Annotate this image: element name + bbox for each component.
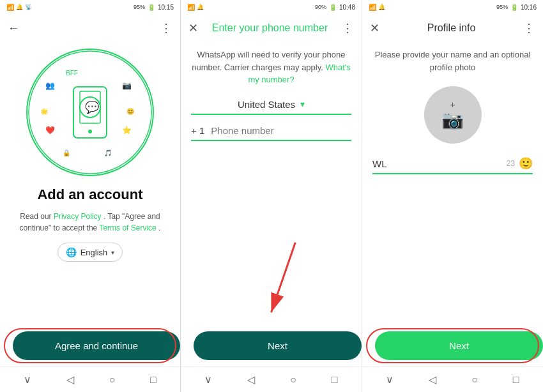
svg-point-3 [88, 130, 92, 133]
signal-icon-2: 📶 [187, 4, 195, 11]
nav-square-1[interactable]: □ [150, 374, 157, 386]
battery-icon-2: 🔋 [329, 4, 337, 11]
battery-icon-1: 🔋 [148, 4, 155, 11]
panel2-title: Enter your phone number [212, 22, 328, 34]
more-button-3[interactable]: ⋮ [523, 21, 535, 35]
panel3-content: Please provide your name and an optional… [362, 42, 543, 366]
nav-back-2[interactable]: ◁ [247, 373, 255, 386]
country-name: United States [238, 99, 295, 110]
chevron-down-icon: ▾ [111, 249, 114, 256]
status-right-3: 95% 🔋 10:16 [496, 4, 537, 11]
battery-3: 95% [496, 4, 508, 10]
avatar-photo-picker[interactable]: + 📷 [424, 86, 482, 144]
phone-input-row: + 1 [191, 125, 351, 141]
phone-description: WhatsApp will need to verify your phone … [191, 49, 351, 86]
panel-profile-info: 📶 🔔 95% 🔋 10:16 ✕ Profile info ⋮ Please … [362, 0, 543, 392]
emoji-icon[interactable]: 🙂 [519, 156, 533, 170]
nav-square-3[interactable]: □ [513, 374, 519, 386]
status-right-2: 90% 🔋 10:48 [315, 4, 355, 11]
next-button-3[interactable]: Next [375, 331, 543, 360]
svg-text:💬: 💬 [85, 100, 100, 114]
svg-text:🎵: 🎵 [104, 149, 112, 157]
battery-icon-3: 🔋 [510, 4, 518, 11]
svg-text:🔒: 🔒 [63, 149, 71, 157]
nav-back-3[interactable]: ◁ [429, 373, 436, 386]
add-account-title: Add an account [37, 186, 142, 203]
back-button[interactable]: ← [8, 22, 19, 35]
panel3-title: Profile info [427, 22, 476, 34]
panel1-content: 💬 👥 📷 ❤️ ⭐ BFF 🔒 🎵 😊 🌟 Add an account Re… [0, 42, 180, 366]
char-count: 23 [507, 159, 515, 168]
top-nav-3: ✕ Profile info ⋮ [362, 14, 543, 42]
status-right-1: 95% 🔋 10:15 [134, 4, 174, 11]
language-selector[interactable]: 🌐 English ▾ [57, 243, 123, 262]
time-1: 10:15 [158, 4, 174, 11]
country-code: + 1 [191, 125, 204, 136]
panel-phone-number: 📶 🔔 90% 🔋 10:48 ✕ Enter your phone numbe… [181, 0, 362, 392]
agree-continue-button[interactable]: Agree and continue [13, 331, 180, 360]
close-button-2[interactable]: ✕ [188, 21, 198, 35]
terms-of-service-link[interactable]: Terms of Service [99, 223, 156, 232]
wifi-icon-2: 🔔 [197, 4, 204, 10]
svg-text:📷: 📷 [122, 80, 132, 90]
time-2: 10:48 [339, 4, 355, 11]
status-bar-2: 📶 🔔 90% 🔋 10:48 [181, 0, 362, 14]
nav-home-2[interactable]: ○ [290, 374, 296, 386]
signal-icon-1: 📶 [6, 4, 14, 11]
phone-number-input[interactable] [211, 125, 351, 136]
nav-back-1[interactable]: ◁ [66, 373, 74, 386]
nav-square-2[interactable]: □ [332, 374, 338, 386]
nav-chevron-2[interactable]: ∨ [204, 373, 212, 386]
nav-chevron-1[interactable]: ∨ [24, 373, 31, 386]
phone-desc-text: WhatsApp will need to verify your phone … [192, 50, 345, 72]
illustration-svg: 💬 👥 📷 ❤️ ⭐ BFF 🔒 🎵 😊 🌟 [27, 50, 153, 175]
status-left-2: 📶 🔔 [187, 4, 204, 11]
policy-text: Read our Privacy Policy . Tap "Agree and… [13, 211, 167, 234]
policy-prefix: Read our [20, 212, 54, 221]
policy-end: . [158, 223, 160, 232]
bottom-nav-2: ∨ ◁ ○ □ [181, 366, 362, 392]
panel2-content: WhatsApp will need to verify your phone … [181, 42, 362, 366]
nav-home-3[interactable]: ○ [471, 374, 478, 386]
svg-text:😊: 😊 [126, 107, 135, 116]
svg-text:👥: 👥 [45, 80, 55, 90]
camera-icon: 📷 [441, 109, 464, 130]
extra-icon-1: 📡 [25, 4, 32, 10]
language-label: English [80, 248, 108, 257]
privacy-policy-link[interactable]: Privacy Policy [54, 212, 102, 221]
bottom-nav-1: ∨ ◁ ○ □ [0, 366, 180, 392]
status-left-1: 📶 🔔 📡 [6, 4, 32, 11]
close-button-3[interactable]: ✕ [370, 21, 379, 35]
top-nav-1: ← ⋮ [0, 14, 180, 42]
next-button-2[interactable]: Next [194, 331, 362, 360]
name-input[interactable] [372, 158, 503, 169]
signal-icon-3: 📶 [369, 4, 376, 11]
more-button-1[interactable]: ⋮ [160, 21, 172, 35]
plus-icon: + [450, 100, 455, 109]
battery-2: 90% [315, 4, 326, 10]
svg-text:🌟: 🌟 [40, 107, 49, 116]
top-nav-2: ✕ Enter your phone number ⋮ [181, 14, 362, 42]
bottom-nav-3: ∨ ◁ ○ □ [362, 366, 543, 392]
wifi-icon-1: 🔔 [16, 4, 23, 10]
panel-add-account: 📶 🔔 📡 95% 🔋 10:15 ← ⋮ 💬 [0, 0, 181, 392]
svg-text:⭐: ⭐ [122, 125, 132, 135]
country-select-row[interactable]: United States ▾ [191, 99, 351, 115]
nav-chevron-3[interactable]: ∨ [386, 373, 394, 386]
country-dropdown-icon: ▾ [300, 99, 305, 109]
status-bar-3: 📶 🔔 95% 🔋 10:16 [362, 0, 543, 14]
nav-home-1[interactable]: ○ [109, 374, 116, 386]
more-button-2[interactable]: ⋮ [342, 21, 354, 35]
time-3: 10:16 [521, 4, 537, 11]
name-input-row: 23 🙂 [372, 156, 533, 174]
svg-text:❤️: ❤️ [45, 125, 55, 135]
svg-text:BFF: BFF [66, 70, 78, 77]
wifi-icon-3: 🔔 [378, 4, 385, 10]
profile-description: Please provide your name and an optional… [372, 49, 533, 73]
status-bar-1: 📶 🔔 📡 95% 🔋 10:15 [0, 0, 180, 14]
globe-icon: 🌐 [66, 247, 77, 257]
status-left-3: 📶 🔔 [369, 4, 385, 11]
whatsapp-illustration: 💬 👥 📷 ❤️ ⭐ BFF 🔒 🎵 😊 🌟 [26, 49, 154, 176]
battery-1: 95% [134, 4, 145, 10]
